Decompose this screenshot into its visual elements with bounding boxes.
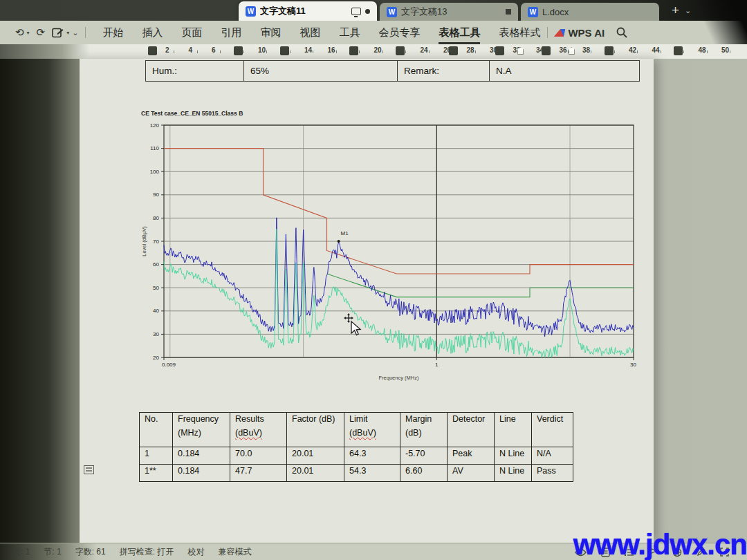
info-cell[interactable]: N.A <box>490 61 640 82</box>
ruler-number: 42 <box>629 46 636 54</box>
table-cell[interactable]: N/A <box>532 447 573 465</box>
info-cell[interactable]: Hum.: <box>145 61 244 82</box>
table-column-marker[interactable] <box>349 46 358 55</box>
chevron-down-icon[interactable]: ▾ <box>27 30 30 36</box>
column-header[interactable]: Line <box>495 413 532 447</box>
table-cell[interactable]: 0.184 <box>173 465 230 482</box>
column-header[interactable]: Detector <box>448 413 495 447</box>
status-item[interactable]: 页: 1 <box>12 546 30 558</box>
menu-item[interactable]: 工具 <box>339 26 360 39</box>
save-icon[interactable] <box>52 28 64 38</box>
column-header[interactable]: Margin(dB) <box>400 413 448 447</box>
table-cell[interactable]: 1** <box>140 465 173 482</box>
table-cell[interactable]: Pass <box>532 465 573 482</box>
svg-text:M1: M1 <box>341 230 349 236</box>
column-header[interactable]: Results(dBuV) <box>230 413 287 447</box>
wps-ai-button[interactable]: WPS AI <box>555 27 605 39</box>
table-column-marker[interactable] <box>396 46 405 55</box>
menu-items: 开始插入页面引用审阅视图工具会员专享表格工具表格样式 <box>102 26 540 39</box>
menu-item[interactable]: 会员专享 <box>378 26 420 39</box>
document-tab[interactable]: WL.docx <box>521 3 659 21</box>
table-column-marker[interactable] <box>542 46 551 55</box>
ruler[interactable]: 2468101214161820222426283032343638404244… <box>0 44 747 59</box>
table-column-marker[interactable] <box>605 46 614 55</box>
menu-item[interactable]: 视图 <box>299 26 320 39</box>
document-page[interactable]: Hum.:65%Remark:N.A CE Test case_CE_EN 55… <box>80 59 654 543</box>
plus-icon[interactable]: + <box>672 3 679 18</box>
column-header[interactable]: Factor (dB) <box>287 413 344 447</box>
table-cell[interactable]: N Line <box>495 447 532 465</box>
results-table[interactable]: No.Frequency(MHz)Results(dBuV)Factor (dB… <box>139 412 573 482</box>
ruler-tick <box>336 50 337 53</box>
table-cell[interactable]: 54.3 <box>344 465 400 482</box>
ruler-tick <box>290 50 290 53</box>
svg-text:90: 90 <box>153 192 159 198</box>
table-cell[interactable]: 20.01 <box>287 465 344 482</box>
ruler-number: 38 <box>582 46 590 54</box>
ruler-number: 14 <box>304 46 312 54</box>
column-header[interactable]: Limit(dBuV) <box>344 413 400 447</box>
menu-item[interactable]: 开始 <box>102 26 123 39</box>
column-header[interactable]: Frequency(MHz) <box>173 413 230 447</box>
table-cell[interactable]: 6.60 <box>400 465 448 482</box>
customize-toolbar-icon[interactable]: ⌄ <box>72 28 78 37</box>
indent-handle[interactable] <box>569 47 575 55</box>
ruler-tick <box>197 50 198 53</box>
menu-item[interactable]: 审阅 <box>260 26 281 39</box>
status-item[interactable]: 兼容模式 <box>218 546 251 558</box>
ruler-number: 44 <box>652 46 660 54</box>
table-cell[interactable]: 70.0 <box>230 447 287 465</box>
ruler-tick <box>243 50 244 53</box>
document-tab[interactable]: W文字文稿11 <box>239 1 377 21</box>
document-tab[interactable]: W文字文稿13 <box>380 3 518 21</box>
info-cell[interactable]: Remark: <box>398 61 490 82</box>
header-line2: (dBuV) <box>235 428 286 438</box>
status-item[interactable]: 拼写检查: 打开 <box>120 546 174 558</box>
wps-doc-icon: W <box>528 7 538 17</box>
status-item[interactable]: 字数: 61 <box>75 546 106 558</box>
table-column-marker[interactable] <box>148 46 157 55</box>
column-header[interactable]: Verdict <box>532 413 573 447</box>
menu-item[interactable]: 表格工具 <box>439 26 480 39</box>
status-item[interactable]: 校对 <box>187 546 204 558</box>
tab-label: 文字文稿13 <box>401 6 447 18</box>
emc-test-chart[interactable]: CE Test case_CE_EN 55015_Class B 2030405… <box>138 106 658 403</box>
unsaved-indicator-icon <box>506 9 511 15</box>
table-column-marker[interactable] <box>449 46 458 55</box>
chevron-down-icon[interactable]: ▾ <box>66 30 69 36</box>
table-column-marker[interactable] <box>234 46 243 55</box>
table-cell[interactable]: 20.01 <box>287 447 344 465</box>
table-cell[interactable]: Peak <box>448 447 495 465</box>
chart-title: CE Test case_CE_EN 55015_Class B <box>141 110 243 117</box>
table-cell[interactable]: AV <box>448 465 495 482</box>
new-tab-button[interactable]: + ⌄ <box>672 3 691 18</box>
ruler-tick <box>614 50 615 53</box>
table-cell[interactable]: N Line <box>495 465 532 482</box>
ruler-number: 36 <box>560 46 567 54</box>
table-cell[interactable]: 1 <box>140 447 173 465</box>
table-cell[interactable]: 0.184 <box>173 447 230 465</box>
table-anchor-icon[interactable] <box>84 465 94 474</box>
table-column-marker[interactable] <box>280 46 289 55</box>
undo-icon[interactable]: ⟲ <box>15 26 24 39</box>
table-column-marker[interactable] <box>674 46 683 55</box>
header-line1: No. <box>145 414 172 424</box>
menu-item[interactable]: 插入 <box>142 26 163 39</box>
menu-item[interactable]: 引用 <box>221 26 241 39</box>
ruler-tick <box>730 50 730 53</box>
menu-item[interactable]: 表格样式 <box>499 26 540 39</box>
column-header[interactable]: No. <box>140 413 173 447</box>
table-column-marker[interactable] <box>495 46 504 55</box>
info-cell[interactable]: 65% <box>244 61 398 82</box>
info-table[interactable]: Hum.:65%Remark:N.A <box>145 60 640 82</box>
table-cell[interactable]: 64.3 <box>344 447 400 465</box>
table-cell[interactable]: -5.70 <box>400 447 448 465</box>
status-item[interactable]: 节: 1 <box>44 546 61 558</box>
redo-icon[interactable]: ⟳ <box>37 26 46 39</box>
menu-item[interactable]: 页面 <box>181 26 202 39</box>
ruler-tick <box>359 50 360 53</box>
chevron-down-icon[interactable]: ⌄ <box>685 6 691 15</box>
search-icon[interactable] <box>616 26 628 39</box>
table-cell[interactable]: 47.7 <box>230 465 287 482</box>
ruler-tick <box>661 50 661 53</box>
